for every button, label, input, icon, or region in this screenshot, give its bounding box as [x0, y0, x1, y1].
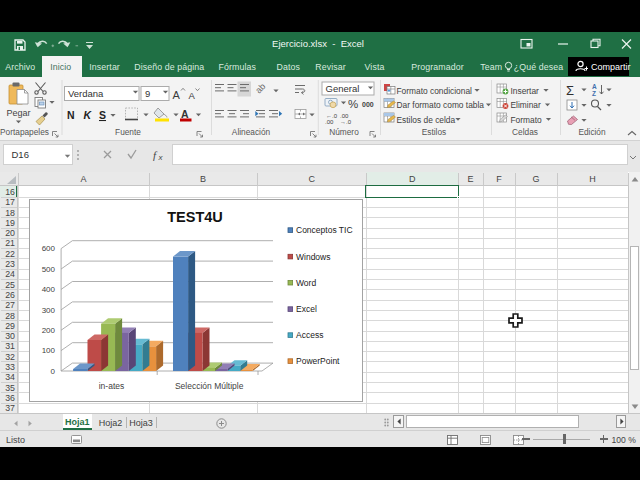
svg-text:0: 0 [50, 366, 55, 375]
svg-text:Estilos de celda: Estilos de celda [397, 115, 456, 125]
svg-text:Excel: Excel [296, 304, 317, 314]
svg-text:N: N [67, 109, 75, 121]
svg-text:Access: Access [296, 330, 323, 340]
svg-text:500: 500 [41, 264, 55, 273]
svg-text:Verdana: Verdana [68, 88, 104, 99]
svg-text:Word: Word [296, 277, 316, 287]
svg-text:Portapapeles: Portapapeles [0, 127, 49, 137]
svg-text:x: x [158, 153, 164, 162]
svg-text:A: A [181, 108, 189, 120]
svg-text:Alineación: Alineación [232, 127, 271, 137]
svg-text:A: A [189, 90, 196, 101]
svg-text:K: K [84, 109, 93, 121]
svg-text:General: General [326, 83, 360, 94]
svg-text:Estilos: Estilos [422, 127, 446, 137]
svg-text:600: 600 [41, 244, 55, 253]
svg-text:Dar formato como tabla: Dar formato como tabla [397, 100, 485, 110]
svg-text:f: f [153, 149, 158, 161]
svg-text:Selección Múltiple: Selección Múltiple [174, 380, 243, 390]
svg-text:ab: ab [253, 81, 267, 95]
svg-text:Conceptos TIC: Conceptos TIC [296, 225, 353, 235]
svg-text:Número: Número [329, 127, 359, 137]
svg-text:100: 100 [41, 346, 55, 355]
svg-text:Formato condicional: Formato condicional [397, 86, 473, 96]
svg-text:.00: .00 [325, 119, 334, 125]
svg-text:→.0: →.0 [340, 119, 352, 125]
svg-text:Windows: Windows [296, 251, 330, 261]
svg-text:Celdas: Celdas [512, 127, 538, 137]
svg-text:%: % [348, 98, 358, 110]
svg-text:Z: Z [592, 90, 596, 97]
svg-text:S: S [99, 109, 106, 121]
svg-text:400: 400 [41, 285, 55, 294]
svg-text:Edición: Edición [578, 127, 606, 137]
svg-text:Pegar: Pegar [6, 108, 30, 118]
svg-text:9: 9 [145, 88, 150, 99]
svg-text:Fuente: Fuente [115, 127, 141, 137]
svg-text:in-ates: in-ates [98, 380, 124, 390]
svg-text:300: 300 [41, 305, 55, 314]
svg-text:TEST4U: TEST4U [167, 208, 223, 224]
svg-text:PowerPoint: PowerPoint [296, 356, 340, 366]
svg-text:Eliminar: Eliminar [511, 100, 541, 110]
svg-text:Formato: Formato [511, 115, 543, 125]
svg-text:200: 200 [41, 326, 55, 335]
svg-text:Σ: Σ [566, 83, 574, 98]
svg-text:A: A [173, 89, 181, 101]
svg-text:Insertar: Insertar [511, 86, 540, 96]
svg-text:000: 000 [362, 101, 374, 108]
